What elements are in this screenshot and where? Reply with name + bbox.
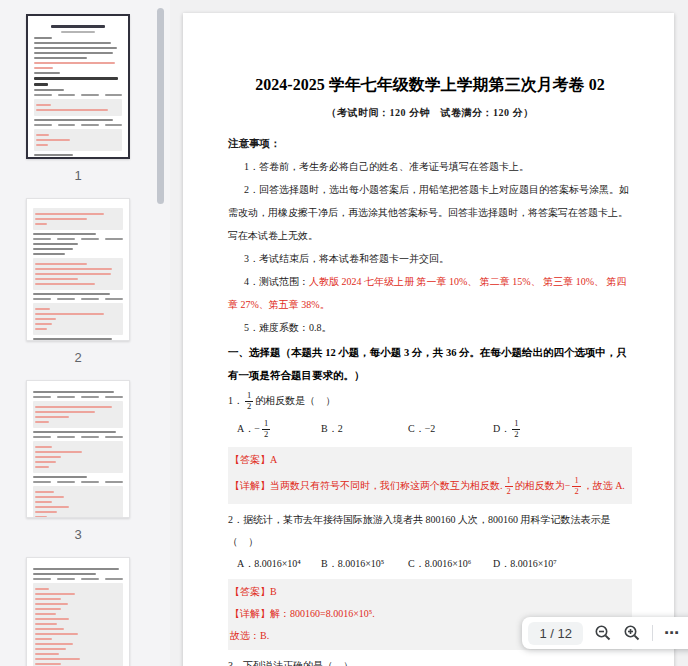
notice-item-2: 2．回答选择题时，选出每小题答案后，用铅笔把答题卡上对应题目的答案标号涂黑。如需… (228, 178, 632, 247)
page-thumbnail-4[interactable] (26, 557, 130, 666)
zoom-out-icon[interactable] (594, 624, 612, 642)
thumbnail-list: 1234 (0, 0, 156, 666)
option-c: C．−2 (408, 415, 493, 443)
question-1-options: A．−12 B．2 C．−2 D．12 (228, 415, 632, 443)
option-a: A．8.0016×10⁴ (237, 553, 321, 575)
exam-subtitle: （考试时间：120 分钟 试卷满分：120 分） (228, 106, 632, 120)
option-a: A．−12 (237, 415, 321, 443)
question-2-options: A．8.0016×10⁴ B．8.0016×10⁵ C．8.0016×10⁶ D… (228, 553, 632, 575)
section-1-heading: 一、选择题（本题共 12 小题，每小题 3 分，共 36 分。在每小题给出的四个… (228, 341, 632, 387)
question-1-text: 的相反数是（ ） (255, 395, 335, 406)
exam-title: 2024-2025 学年七年级数学上学期第三次月考卷 02 (228, 73, 632, 97)
page-thumbnail-2[interactable] (26, 198, 130, 341)
notice-item-5: 5．难度系数：0.8。 (228, 316, 632, 339)
option-b: B．2 (321, 415, 408, 443)
fraction: 12 (245, 391, 253, 412)
fraction: 12 (512, 419, 520, 440)
thumbnail-sidebar: 1234 (0, 0, 170, 666)
thumbnail-page-number: 2 (74, 350, 81, 374)
explanation-1: 【详解】当两数只有符号不同时，我们称这两个数互为相反数.12的相反数为−12，故… (230, 471, 628, 501)
zoom-in-icon[interactable] (623, 624, 641, 642)
thumbnail-item-1: 1 (26, 14, 130, 192)
option-d: D．8.0016×10⁷ (493, 553, 557, 575)
page-thumbnail-1[interactable] (26, 14, 130, 159)
option-b: B．8.0016×10⁵ (321, 553, 408, 575)
answer-block-1: 【答案】A 【详解】当两数只有符号不同时，我们称这两个数互为相反数.12的相反数… (228, 447, 632, 504)
document-viewport: 2024-2025 学年七年级数学上学期第三次月考卷 02 （考试时间：120 … (170, 0, 688, 666)
thumbnail-page-number: 1 (74, 168, 81, 192)
option-c: C．8.0016×10⁶ (408, 553, 493, 575)
thumbnail-item-4: 4 (26, 557, 130, 666)
fraction: 12 (572, 476, 580, 497)
notice-item-4: 4．测试范围：人教版 2024 七年级上册 第一章 10%、 第二章 15%、 … (228, 270, 632, 316)
more-options-icon[interactable]: ⋯ (664, 624, 680, 642)
option-d: D．12 (493, 415, 522, 443)
question-2-stem: 2．据统计，某市去年接待国际旅游入境者共 800160 人次，800160 用科… (228, 509, 632, 553)
question-1-stem: 1．12的相反数是（ ） (228, 387, 632, 415)
sidebar-scrollbar[interactable] (157, 8, 164, 204)
notice-heading: 注意事项： (228, 132, 632, 155)
toolbar-divider (652, 625, 653, 641)
notice-4-prefix: 4．测试范围： (244, 276, 309, 287)
fraction: 12 (505, 476, 513, 497)
thumbnail-item-2: 2 (26, 198, 130, 374)
answer-2: 【答案】B (230, 581, 628, 603)
page-thumbnail-3[interactable] (26, 380, 130, 518)
thumbnail-page-number: 3 (74, 527, 81, 551)
answer-1: 【答案】A (230, 449, 628, 471)
viewer-toolbar: 1 / 12 ⋯ (522, 617, 688, 649)
thumbnail-item-3: 3 (26, 380, 130, 551)
fraction: 12 (262, 419, 270, 440)
document-page-1: 2024-2025 学年七年级数学上学期第三次月考卷 02 （考试时间：120 … (183, 13, 674, 666)
notice-item-3: 3．考试结束后，将本试卷和答题卡一并交回。 (228, 247, 632, 270)
question-3-stem: 3．下列说法正确的是（ ） (228, 655, 632, 666)
question-1-number: 1． (228, 395, 243, 406)
page-indicator[interactable]: 1 / 12 (528, 622, 583, 645)
notice-item-1: 1．答卷前，考生务必将自己的姓名、准考证号填写在答题卡上。 (228, 155, 632, 178)
